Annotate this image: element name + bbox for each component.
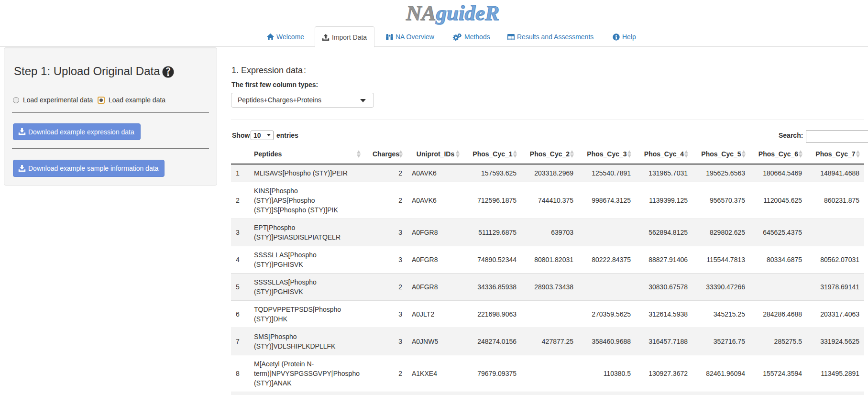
svg-text:?: ? <box>165 66 171 76</box>
